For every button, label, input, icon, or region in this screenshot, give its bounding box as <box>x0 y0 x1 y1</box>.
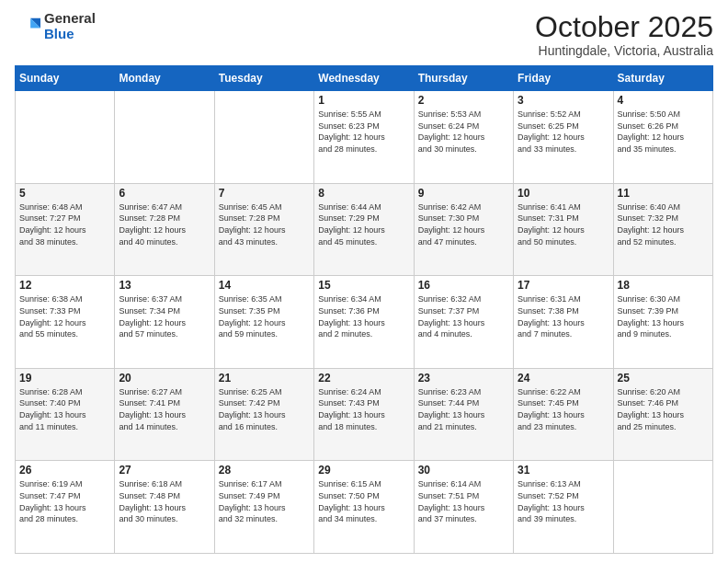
day-number: 16 <box>418 279 509 292</box>
day-number: 14 <box>219 279 310 292</box>
table-row: 18Sunrise: 6:30 AMSunset: 7:39 PMDayligh… <box>613 276 712 369</box>
calendar-week-row: 5Sunrise: 6:48 AMSunset: 7:27 PMDaylight… <box>16 183 713 276</box>
day-info: Sunrise: 6:20 AMSunset: 7:46 PMDaylight:… <box>618 386 709 432</box>
day-number: 17 <box>518 279 609 292</box>
col-thursday: Thursday <box>414 66 513 91</box>
col-tuesday: Tuesday <box>214 66 313 91</box>
day-number: 3 <box>518 94 609 107</box>
table-row: 25Sunrise: 6:20 AMSunset: 7:46 PMDayligh… <box>613 368 712 461</box>
day-info: Sunrise: 6:41 AMSunset: 7:31 PMDaylight:… <box>518 201 609 247</box>
day-number: 27 <box>119 464 210 477</box>
table-row: 22Sunrise: 6:24 AMSunset: 7:43 PMDayligh… <box>314 368 414 461</box>
day-number: 30 <box>418 464 509 477</box>
day-number: 9 <box>418 187 509 200</box>
day-info: Sunrise: 6:24 AMSunset: 7:43 PMDaylight:… <box>318 386 409 432</box>
table-row: 2Sunrise: 5:53 AMSunset: 6:24 PMDaylight… <box>414 91 513 184</box>
col-monday: Monday <box>115 66 214 91</box>
table-row: 11Sunrise: 6:40 AMSunset: 7:32 PMDayligh… <box>613 183 712 276</box>
calendar-week-row: 26Sunrise: 6:19 AMSunset: 7:47 PMDayligh… <box>16 461 713 554</box>
day-info: Sunrise: 6:34 AMSunset: 7:36 PMDaylight:… <box>318 293 409 339</box>
day-number: 18 <box>618 279 709 292</box>
day-number: 21 <box>219 372 310 385</box>
calendar-table: Sunday Monday Tuesday Wednesday Thursday… <box>15 65 713 554</box>
table-row: 13Sunrise: 6:37 AMSunset: 7:34 PMDayligh… <box>115 276 214 369</box>
table-row: 8Sunrise: 6:44 AMSunset: 7:29 PMDaylight… <box>314 183 414 276</box>
table-row: 31Sunrise: 6:13 AMSunset: 7:52 PMDayligh… <box>514 461 613 554</box>
table-row: 27Sunrise: 6:18 AMSunset: 7:48 PMDayligh… <box>115 461 214 554</box>
calendar-header-row: Sunday Monday Tuesday Wednesday Thursday… <box>16 66 713 91</box>
day-info: Sunrise: 6:27 AMSunset: 7:41 PMDaylight:… <box>119 386 210 432</box>
calendar-week-row: 1Sunrise: 5:55 AMSunset: 6:23 PMDaylight… <box>16 91 713 184</box>
day-number: 6 <box>119 187 210 200</box>
col-friday: Friday <box>514 66 613 91</box>
day-info: Sunrise: 6:25 AMSunset: 7:42 PMDaylight:… <box>219 386 310 432</box>
day-number: 13 <box>119 279 210 292</box>
day-number: 5 <box>19 187 110 200</box>
table-row: 12Sunrise: 6:38 AMSunset: 7:33 PMDayligh… <box>16 276 115 369</box>
day-number: 8 <box>318 187 409 200</box>
day-info: Sunrise: 5:53 AMSunset: 6:24 PMDaylight:… <box>418 109 509 155</box>
day-info: Sunrise: 6:14 AMSunset: 7:51 PMDaylight:… <box>418 478 509 524</box>
table-row: 1Sunrise: 5:55 AMSunset: 6:23 PMDaylight… <box>314 91 414 184</box>
day-info: Sunrise: 6:32 AMSunset: 7:37 PMDaylight:… <box>418 293 509 339</box>
logo-blue: Blue <box>44 26 74 41</box>
subtitle: Huntingdale, Victoria, Australia <box>535 43 713 58</box>
table-row: 3Sunrise: 5:52 AMSunset: 6:25 PMDaylight… <box>514 91 613 184</box>
day-info: Sunrise: 6:17 AMSunset: 7:49 PMDaylight:… <box>219 478 310 524</box>
table-row: 9Sunrise: 6:42 AMSunset: 7:30 PMDaylight… <box>414 183 513 276</box>
day-number: 11 <box>618 187 709 200</box>
table-row: 10Sunrise: 6:41 AMSunset: 7:31 PMDayligh… <box>514 183 613 276</box>
table-row: 20Sunrise: 6:27 AMSunset: 7:41 PMDayligh… <box>115 368 214 461</box>
day-number: 24 <box>518 372 609 385</box>
day-info: Sunrise: 6:37 AMSunset: 7:34 PMDaylight:… <box>119 293 210 339</box>
col-sunday: Sunday <box>16 66 115 91</box>
day-number: 7 <box>219 187 310 200</box>
day-info: Sunrise: 6:48 AMSunset: 7:27 PMDaylight:… <box>19 201 110 247</box>
day-info: Sunrise: 6:19 AMSunset: 7:47 PMDaylight:… <box>19 478 110 524</box>
table-row: 5Sunrise: 6:48 AMSunset: 7:27 PMDaylight… <box>16 183 115 276</box>
table-row: 23Sunrise: 6:23 AMSunset: 7:44 PMDayligh… <box>414 368 513 461</box>
table-row: 28Sunrise: 6:17 AMSunset: 7:49 PMDayligh… <box>214 461 313 554</box>
day-info: Sunrise: 6:35 AMSunset: 7:35 PMDaylight:… <box>219 293 310 339</box>
day-info: Sunrise: 5:55 AMSunset: 6:23 PMDaylight:… <box>318 109 409 155</box>
table-row <box>613 461 712 554</box>
day-number: 28 <box>219 464 310 477</box>
day-info: Sunrise: 6:42 AMSunset: 7:30 PMDaylight:… <box>418 201 509 247</box>
table-row: 16Sunrise: 6:32 AMSunset: 7:37 PMDayligh… <box>414 276 513 369</box>
day-number: 12 <box>19 279 110 292</box>
day-number: 4 <box>618 94 709 107</box>
day-info: Sunrise: 6:13 AMSunset: 7:52 PMDaylight:… <box>518 478 609 524</box>
table-row: 6Sunrise: 6:47 AMSunset: 7:28 PMDaylight… <box>115 183 214 276</box>
col-saturday: Saturday <box>613 66 712 91</box>
day-info: Sunrise: 6:22 AMSunset: 7:45 PMDaylight:… <box>518 386 609 432</box>
table-row: 26Sunrise: 6:19 AMSunset: 7:47 PMDayligh… <box>16 461 115 554</box>
day-number: 26 <box>19 464 110 477</box>
table-row: 29Sunrise: 6:15 AMSunset: 7:50 PMDayligh… <box>314 461 414 554</box>
table-row: 17Sunrise: 6:31 AMSunset: 7:38 PMDayligh… <box>514 276 613 369</box>
day-info: Sunrise: 6:30 AMSunset: 7:39 PMDaylight:… <box>618 293 709 339</box>
day-number: 19 <box>19 372 110 385</box>
day-number: 1 <box>318 94 409 107</box>
table-row: 7Sunrise: 6:45 AMSunset: 7:28 PMDaylight… <box>214 183 313 276</box>
day-number: 25 <box>618 372 709 385</box>
table-row: 24Sunrise: 6:22 AMSunset: 7:45 PMDayligh… <box>514 368 613 461</box>
day-number: 23 <box>418 372 509 385</box>
day-info: Sunrise: 6:31 AMSunset: 7:38 PMDaylight:… <box>518 293 609 339</box>
day-number: 20 <box>119 372 210 385</box>
day-number: 22 <box>318 372 409 385</box>
col-wednesday: Wednesday <box>314 66 414 91</box>
day-info: Sunrise: 6:44 AMSunset: 7:29 PMDaylight:… <box>318 201 409 247</box>
table-row <box>214 91 313 184</box>
day-info: Sunrise: 6:45 AMSunset: 7:28 PMDaylight:… <box>219 201 310 247</box>
day-info: Sunrise: 6:18 AMSunset: 7:48 PMDaylight:… <box>119 478 210 524</box>
table-row: 15Sunrise: 6:34 AMSunset: 7:36 PMDayligh… <box>314 276 414 369</box>
table-row: 30Sunrise: 6:14 AMSunset: 7:51 PMDayligh… <box>414 461 513 554</box>
day-info: Sunrise: 6:38 AMSunset: 7:33 PMDaylight:… <box>19 293 110 339</box>
day-info: Sunrise: 5:52 AMSunset: 6:25 PMDaylight:… <box>518 109 609 155</box>
table-row <box>115 91 214 184</box>
day-info: Sunrise: 6:47 AMSunset: 7:28 PMDaylight:… <box>119 201 210 247</box>
day-number: 2 <box>418 94 509 107</box>
day-info: Sunrise: 6:23 AMSunset: 7:44 PMDaylight:… <box>418 386 509 432</box>
table-row: 19Sunrise: 6:28 AMSunset: 7:40 PMDayligh… <box>16 368 115 461</box>
day-info: Sunrise: 5:50 AMSunset: 6:26 PMDaylight:… <box>618 109 709 155</box>
